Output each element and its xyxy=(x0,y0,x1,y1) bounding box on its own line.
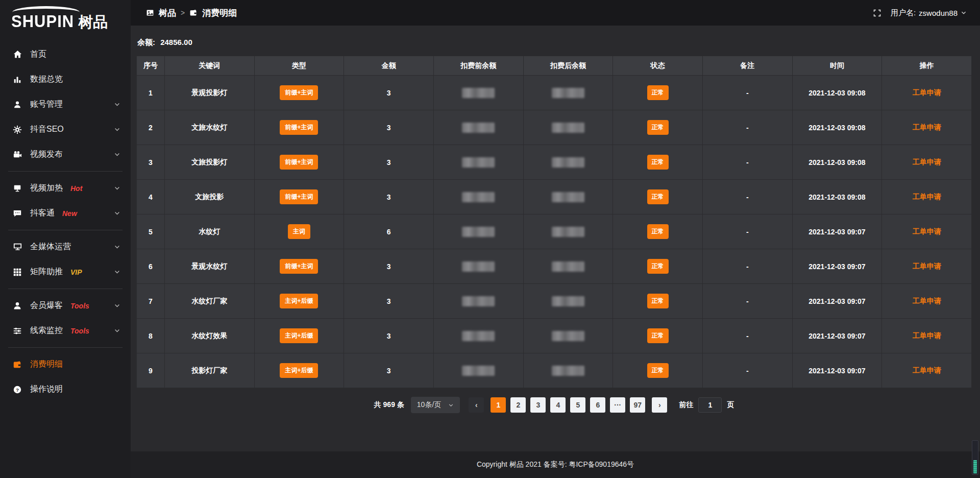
page-button-4[interactable]: 4 xyxy=(550,397,566,413)
status-badge: 正常 xyxy=(647,294,669,308)
chevron-down-icon xyxy=(114,302,120,309)
column-header: 关键词 xyxy=(165,56,255,76)
sidebar-item-9[interactable]: 矩阵助推VIP xyxy=(0,259,131,284)
page-button-97[interactable]: 97 xyxy=(630,397,645,413)
cell-type: 主词 xyxy=(254,214,344,249)
scrollbar-thumb[interactable] xyxy=(973,460,977,473)
table-header-row: 序号关键词类型金额扣费前余额扣费后余额状态备注时间操作 xyxy=(137,56,972,76)
sidebar-item-7[interactable]: 抖客通New xyxy=(0,201,131,226)
wallet-icon xyxy=(189,9,198,17)
sidebar-item-1[interactable]: 首页 xyxy=(0,42,131,67)
sidebar-item-label: 消费明细 xyxy=(30,359,63,370)
cell-remark: - xyxy=(702,110,792,145)
sidebar-item-2[interactable]: 数据总览 xyxy=(0,67,131,92)
work-order-link[interactable]: 工单申请 xyxy=(913,227,941,235)
sidebar-item-8[interactable]: 全媒体运营 xyxy=(0,234,131,259)
work-order-link[interactable]: 工单申请 xyxy=(913,193,941,201)
work-order-link[interactable]: 工单申请 xyxy=(913,366,941,374)
work-order-link[interactable]: 工单申请 xyxy=(913,331,941,340)
cell-balance-before xyxy=(433,180,523,214)
work-order-link[interactable]: 工单申请 xyxy=(913,262,941,270)
breadcrumb-separator: > xyxy=(181,9,185,17)
cell-status: 正常 xyxy=(613,353,703,388)
breadcrumb-item-home[interactable]: 树品 xyxy=(159,7,176,19)
column-header: 备注 xyxy=(702,56,792,76)
cell-keyword: 文旅投影灯 xyxy=(165,145,255,180)
chat-bubble-icon xyxy=(12,208,22,219)
sidebar-item-label: 账号管理 xyxy=(30,99,63,110)
cell-index: 9 xyxy=(137,353,165,388)
status-badge: 正常 xyxy=(647,224,669,239)
cell-remark: - xyxy=(702,76,792,110)
sidebar-item-12[interactable]: 消费明细 xyxy=(0,352,131,377)
sidebar-item-3[interactable]: 账号管理 xyxy=(0,92,131,117)
cell-type: 主词+后缀 xyxy=(254,319,344,353)
cell-keyword: 水纹灯厂家 xyxy=(165,284,255,319)
column-header: 类型 xyxy=(254,56,344,76)
home-icon xyxy=(12,50,22,60)
app-window: SHUPIN 树品 首页数据总览账号管理抖音SEO视频发布视频加热Hot抖客通N… xyxy=(0,0,980,478)
sidebar-item-10[interactable]: 会员爆客Tools xyxy=(0,293,131,318)
page-size-select[interactable]: 10条/页 xyxy=(411,397,460,413)
page-button-1[interactable]: 1 xyxy=(491,397,506,413)
sidebar-item-6[interactable]: 视频加热Hot xyxy=(0,176,131,201)
cell-keyword: 文旅投影 xyxy=(165,180,255,214)
fullscreen-icon[interactable] xyxy=(873,9,881,17)
cell-time: 2021-12-03 09:08 xyxy=(792,76,882,110)
next-page-button[interactable]: › xyxy=(652,397,667,413)
cell-action: 工单申请 xyxy=(882,214,972,249)
cell-remark: - xyxy=(702,249,792,284)
cell-balance-after xyxy=(523,76,613,110)
cell-remark: - xyxy=(702,353,792,388)
cell-index: 8 xyxy=(137,319,165,353)
page-button-2[interactable]: 2 xyxy=(510,397,526,413)
type-badge: 主词+后缀 xyxy=(280,294,318,308)
page-button-3[interactable]: 3 xyxy=(530,397,546,413)
status-badge: 正常 xyxy=(647,85,669,100)
goto-page-input[interactable] xyxy=(698,397,722,413)
username-value: zswodun88 xyxy=(919,9,958,17)
masked-balance xyxy=(552,123,584,133)
work-order-link[interactable]: 工单申请 xyxy=(913,123,941,131)
cell-balance-after xyxy=(523,145,613,180)
page-button-5[interactable]: 5 xyxy=(570,397,585,413)
page-button-6[interactable]: 6 xyxy=(590,397,605,413)
cell-balance-before xyxy=(433,249,523,284)
cell-balance-before xyxy=(433,145,523,180)
sidebar-item-4[interactable]: 抖音SEO xyxy=(0,117,131,142)
scrollbar[interactable] xyxy=(972,440,978,475)
masked-balance xyxy=(552,157,584,168)
sidebar-item-13[interactable]: ?操作说明 xyxy=(0,377,131,402)
cell-amount: 3 xyxy=(344,145,434,180)
cell-amount: 3 xyxy=(344,180,434,214)
chevron-down-icon xyxy=(114,101,120,108)
page-ellipsis-button[interactable]: ··· xyxy=(610,397,625,413)
cell-balance-before xyxy=(433,110,523,145)
type-badge: 前缀+主词 xyxy=(280,85,318,100)
table-body: 1景观投影灯前缀+主词3正常-2021-12-03 09:08工单申请2文旅水纹… xyxy=(137,76,972,388)
sidebar-divider xyxy=(8,289,122,289)
cell-index: 3 xyxy=(137,145,165,180)
grid-icon xyxy=(12,267,22,277)
work-order-link[interactable]: 工单申请 xyxy=(913,88,941,97)
work-order-link[interactable]: 工单申请 xyxy=(913,158,941,166)
sidebar-item-11[interactable]: 线索监控Tools xyxy=(0,318,131,343)
sidebar-item-tag: Tools xyxy=(70,302,89,310)
chevron-down-icon xyxy=(961,10,967,16)
work-order-link[interactable]: 工单申请 xyxy=(913,297,941,305)
prev-page-button[interactable]: ‹ xyxy=(469,397,484,413)
sidebar-item-tag: VIP xyxy=(70,268,82,276)
app-logo: SHUPIN 树品 xyxy=(0,0,131,36)
cell-index: 6 xyxy=(137,249,165,284)
content: 余额: 24856.00 序号关键词类型金额扣费前余额扣费后余额状态备注时间操作… xyxy=(131,26,980,451)
sidebar-item-5[interactable]: 视频发布 xyxy=(0,142,131,167)
user-menu[interactable]: 用户名: zswodun88 xyxy=(891,8,967,18)
cell-balance-after xyxy=(523,249,613,284)
pagination-total: 共 969 条 xyxy=(374,400,404,410)
masked-balance xyxy=(462,123,495,133)
type-badge: 主词+后缀 xyxy=(280,363,318,378)
cell-balance-after xyxy=(523,284,613,319)
cell-balance-before xyxy=(433,284,523,319)
sidebar-item-tag: Tools xyxy=(70,327,89,335)
masked-balance xyxy=(552,296,584,306)
